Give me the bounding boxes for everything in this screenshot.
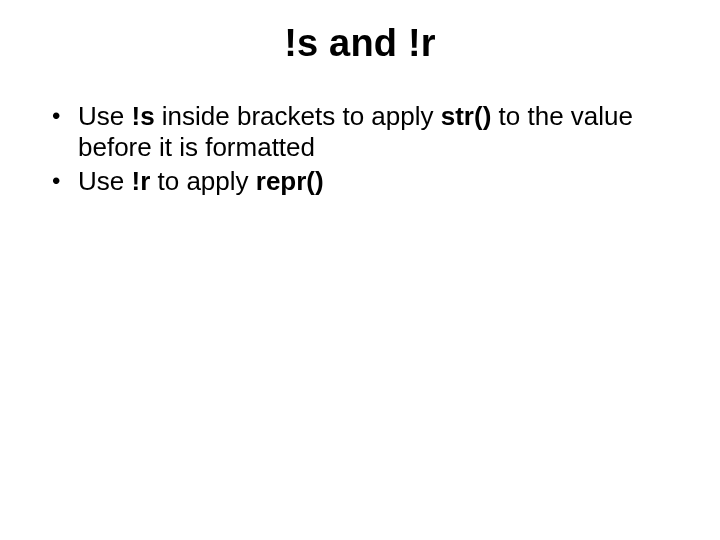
text-run: to apply (150, 166, 256, 196)
text-run-bold: !r (131, 166, 150, 196)
text-run: Use (78, 101, 131, 131)
bullet-item: Use !s inside brackets to apply str() to… (52, 101, 660, 162)
text-run-bold: repr() (256, 166, 324, 196)
bullet-item: Use !r to apply repr() (52, 166, 660, 197)
title-part-bangr: !r (408, 22, 436, 64)
slide: !s and !r Use !s inside brackets to appl… (0, 0, 720, 540)
slide-body: Use !s inside brackets to apply str() to… (0, 101, 720, 197)
title-part-bangs: !s (284, 22, 318, 64)
text-run: inside brackets to apply (155, 101, 441, 131)
text-run-bold: str() (441, 101, 492, 131)
slide-title: !s and !r (0, 0, 720, 65)
bullet-list: Use !s inside brackets to apply str() to… (52, 101, 660, 197)
text-run-bold: !s (131, 101, 154, 131)
title-part-and: and (318, 22, 408, 64)
text-run: Use (78, 166, 131, 196)
